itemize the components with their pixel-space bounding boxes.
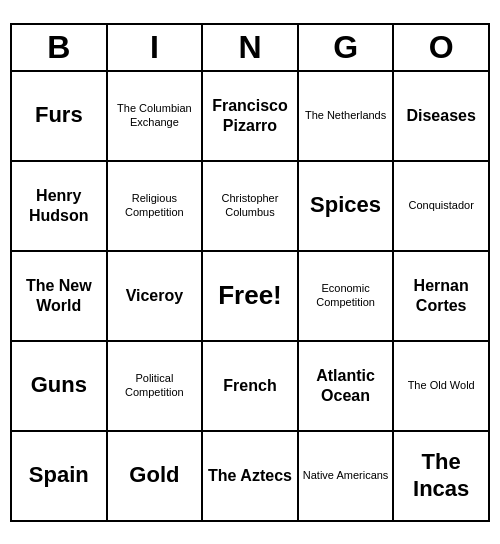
bingo-cell: Political Competition [108, 342, 204, 430]
bingo-cell: The Old Wold [394, 342, 488, 430]
cell-text: Atlantic Ocean [303, 366, 389, 404]
cell-text: The Netherlands [305, 109, 386, 122]
bingo-cell: Christopher Columbus [203, 162, 299, 250]
header-letter: B [12, 25, 108, 70]
cell-text: Gold [129, 462, 179, 488]
header-letter: G [299, 25, 395, 70]
cell-text: Henry Hudson [16, 186, 102, 224]
bingo-cell: Henry Hudson [12, 162, 108, 250]
cell-text: Francisco Pizarro [207, 96, 293, 134]
cell-text: The Columbian Exchange [112, 102, 198, 128]
bingo-grid: FursThe Columbian ExchangeFrancisco Piza… [10, 70, 490, 522]
cell-text: Furs [35, 102, 83, 128]
bingo-cell: Diseases [394, 72, 488, 160]
bingo-cell: Spices [299, 162, 395, 250]
header-letter: I [108, 25, 204, 70]
bingo-cell: The Columbian Exchange [108, 72, 204, 160]
header-letter: N [203, 25, 299, 70]
bingo-cell: Hernan Cortes [394, 252, 488, 340]
cell-text: Economic Competition [303, 282, 389, 308]
bingo-row: FursThe Columbian ExchangeFrancisco Piza… [12, 72, 488, 162]
bingo-row: Henry HudsonReligious CompetitionChristo… [12, 162, 488, 252]
cell-text: The New World [16, 276, 102, 314]
bingo-cell: Spain [12, 432, 108, 520]
bingo-cell: Free! [203, 252, 299, 340]
bingo-cell: Gold [108, 432, 204, 520]
bingo-cell: Religious Competition [108, 162, 204, 250]
bingo-header: BINGO [10, 23, 490, 70]
header-letter: O [394, 25, 488, 70]
bingo-row: GunsPolitical CompetitionFrenchAtlantic … [12, 342, 488, 432]
bingo-cell: French [203, 342, 299, 430]
bingo-row: The New WorldViceroyFree!Economic Compet… [12, 252, 488, 342]
cell-text: Guns [31, 372, 87, 398]
bingo-cell: Conquistador [394, 162, 488, 250]
cell-text: The Aztecs [208, 466, 292, 485]
cell-text: Viceroy [126, 286, 184, 305]
cell-text: Native Americans [303, 469, 389, 482]
bingo-cell: The New World [12, 252, 108, 340]
bingo-row: SpainGoldThe AztecsNative AmericansThe I… [12, 432, 488, 520]
cell-text: Conquistador [408, 199, 473, 212]
cell-text: Christopher Columbus [207, 192, 293, 218]
cell-text: The Incas [398, 449, 484, 502]
cell-text: Political Competition [112, 372, 198, 398]
bingo-cell: The Aztecs [203, 432, 299, 520]
cell-text: Spain [29, 462, 89, 488]
cell-text: Diseases [406, 106, 475, 125]
cell-text: The Old Wold [408, 379, 475, 392]
bingo-cell: Furs [12, 72, 108, 160]
cell-text: Spices [310, 192, 381, 218]
bingo-cell: Guns [12, 342, 108, 430]
bingo-cell: Viceroy [108, 252, 204, 340]
cell-text: Hernan Cortes [398, 276, 484, 314]
bingo-cell: Francisco Pizarro [203, 72, 299, 160]
cell-text: French [223, 376, 276, 395]
bingo-cell: Atlantic Ocean [299, 342, 395, 430]
bingo-card: BINGO FursThe Columbian ExchangeFrancisc… [10, 23, 490, 522]
bingo-cell: Economic Competition [299, 252, 395, 340]
cell-text: Religious Competition [112, 192, 198, 218]
bingo-cell: Native Americans [299, 432, 395, 520]
bingo-cell: The Netherlands [299, 72, 395, 160]
bingo-cell: The Incas [394, 432, 488, 520]
cell-text: Free! [218, 280, 282, 311]
